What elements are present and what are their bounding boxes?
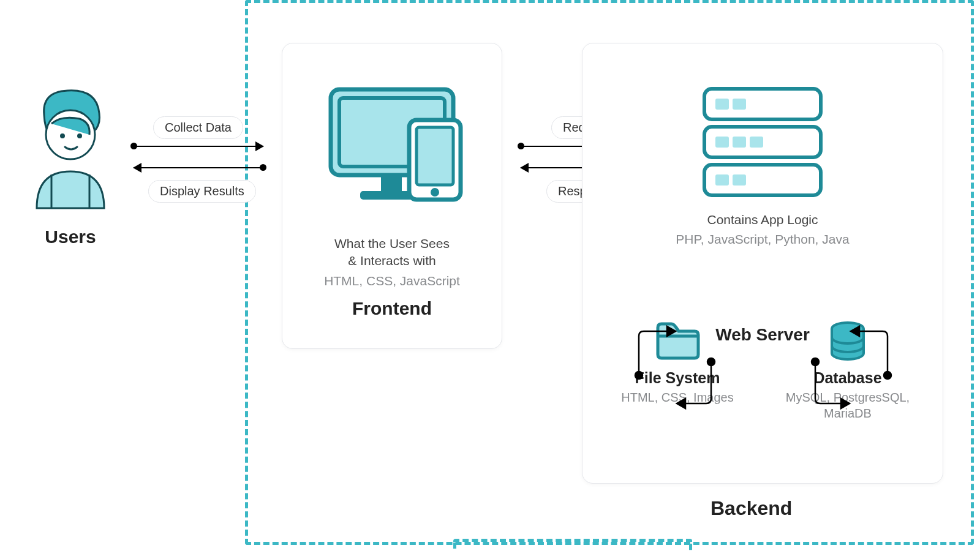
- frontend-tech: HTML, CSS, JavaScript: [282, 274, 502, 288]
- users-title: Users: [18, 227, 123, 247]
- svg-point-2: [77, 133, 82, 138]
- svg-rect-8: [417, 127, 453, 185]
- backend-connectors: [582, 43, 944, 484]
- svg-marker-20: [667, 326, 676, 336]
- svg-rect-5: [381, 175, 402, 193]
- backend-title: Backend: [710, 497, 792, 520]
- frontend-desc-1: What the User Sees: [282, 235, 502, 252]
- dashed-container-inner: [453, 539, 692, 551]
- arrow-collect-data: [134, 146, 263, 147]
- frontend-title: Frontend: [282, 298, 502, 319]
- svg-point-9: [431, 188, 439, 197]
- label-collect-data: Collect Data: [153, 116, 243, 139]
- svg-marker-22: [851, 326, 859, 336]
- label-display-results: Display Results: [148, 180, 256, 203]
- svg-marker-25: [677, 399, 685, 408]
- arrow-display-results: [134, 167, 263, 168]
- user-icon: [24, 80, 116, 214]
- backend-card: Contains App Logic PHP, JavaScript, Pyth…: [582, 43, 943, 484]
- svg-point-21: [635, 372, 643, 379]
- svg-point-23: [884, 372, 891, 379]
- svg-point-1: [60, 133, 65, 138]
- frontend-desc-2: & Interacts with: [282, 252, 502, 269]
- monitor-mobile-icon: [312, 77, 472, 218]
- svg-marker-27: [841, 399, 850, 408]
- users-block: Users: [18, 80, 123, 247]
- frontend-card: What the User Sees & Interacts with HTML…: [282, 43, 502, 349]
